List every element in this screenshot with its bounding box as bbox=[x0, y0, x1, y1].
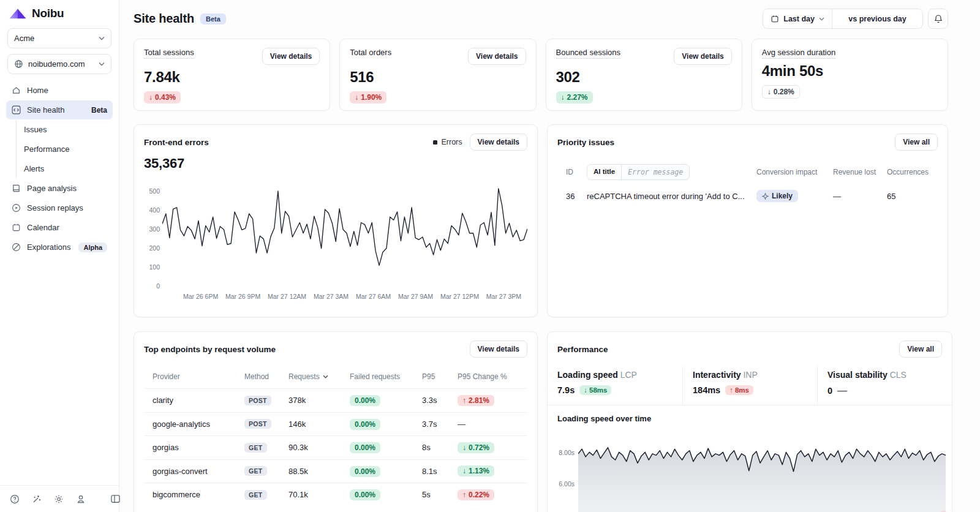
notifications-button[interactable] bbox=[928, 9, 948, 29]
issue-id: 36 bbox=[566, 192, 587, 201]
metric-card-avg-session-duration: Avg session duration 4min 50s ↓ 0.28% bbox=[752, 39, 948, 111]
method-badge: POST bbox=[244, 396, 271, 405]
issue-title: reCAPTCHA timeout error during 'Add to C… bbox=[587, 192, 756, 201]
legend-swatch bbox=[433, 140, 437, 145]
provider-name: clarity bbox=[153, 396, 244, 405]
sidebar-item-site-health[interactable]: Site health Beta bbox=[6, 100, 113, 119]
p95-value: 3.3s bbox=[422, 396, 458, 405]
sidebar-item-performance[interactable]: Performance bbox=[17, 140, 113, 159]
sidebar-item-label: Page analysis bbox=[27, 184, 107, 193]
arrow-up-icon: ↑ bbox=[462, 491, 466, 499]
toggle-error-message[interactable]: Error message bbox=[622, 165, 689, 179]
metric-cards-row: Total sessions View details 7.84k ↓ 0.43… bbox=[134, 39, 948, 111]
errors-line-chart bbox=[162, 183, 527, 287]
site-selector-value: noibudemo.com bbox=[28, 59, 94, 69]
page-header: Site health Beta Last day bbox=[134, 9, 948, 29]
compare-range-selector[interactable]: vs previous day bbox=[832, 9, 922, 28]
site-selector[interactable]: noibudemo.com bbox=[7, 54, 111, 74]
priority-issue-row[interactable]: 36 reCAPTCHA timeout error during 'Add t… bbox=[557, 190, 938, 202]
view-details-button[interactable]: View details bbox=[674, 48, 731, 65]
arrow-down-icon: ↓ bbox=[584, 386, 587, 394]
sidebar-item-session-replays[interactable]: Session replays bbox=[6, 198, 113, 217]
loading-chart-y-axis: 8.00s 6.00s 4.00s 2.00s bbox=[551, 431, 578, 512]
endpoint-row[interactable]: gorgias GET 90.3k 0.00% 8s ↓ 0.72% bbox=[144, 435, 527, 459]
failed-requests-badge: 0.00% bbox=[350, 442, 380, 453]
endpoint-row[interactable]: clarity POST 378k 0.00% 3.3s ↑ 2.81% bbox=[144, 388, 527, 412]
collapse-sidebar-icon[interactable] bbox=[110, 494, 121, 504]
sparkles-wand-icon[interactable] bbox=[32, 494, 42, 504]
lcp-code: LCP bbox=[620, 370, 637, 380]
beta-badge: Beta bbox=[91, 106, 107, 115]
view-details-button[interactable]: View details bbox=[470, 341, 527, 358]
p95-value: 5s bbox=[422, 490, 458, 499]
metric-title: Total orders bbox=[350, 48, 391, 58]
brand-logo: Noibu bbox=[0, 0, 119, 26]
p95-change-badge: ↑ 2.81% bbox=[458, 395, 494, 406]
column-header-failed-requests: Failed requests bbox=[350, 372, 422, 381]
delta-badge: ↓ 0.43% bbox=[144, 91, 181, 104]
sparkle-icon bbox=[762, 193, 769, 200]
user-icon[interactable] bbox=[76, 494, 86, 504]
gear-icon[interactable] bbox=[54, 494, 64, 504]
arrow-up-icon: ↑ bbox=[462, 396, 466, 405]
calendar-icon bbox=[771, 15, 779, 23]
org-selector[interactable]: Acme bbox=[7, 28, 111, 48]
arrow-down-icon: ↓ bbox=[149, 93, 153, 102]
sidebar-item-label: Calendar bbox=[27, 223, 107, 232]
sidebar-item-issues[interactable]: Issues bbox=[17, 120, 113, 139]
lcp-value: 7.9s bbox=[557, 385, 575, 395]
noibu-logo-icon bbox=[9, 6, 27, 21]
errors-total-value: 35,367 bbox=[144, 156, 527, 171]
revenue-lost-value: — bbox=[833, 192, 887, 201]
provider-name: google-analytics bbox=[153, 420, 244, 429]
column-header-requests[interactable]: Requests bbox=[288, 372, 350, 381]
loading-speed-chart-title: Loading speed over time bbox=[548, 405, 952, 426]
sidebar-item-calendar[interactable]: Calendar bbox=[6, 218, 113, 237]
sidebar-item-explorations[interactable]: Explorations Alpha bbox=[6, 238, 113, 257]
sidebar-item-label: Performance bbox=[24, 145, 69, 154]
column-header-provider: Provider bbox=[153, 372, 244, 381]
inp-metric: Interactivity INP 184ms ↑ 8ms bbox=[682, 366, 817, 405]
metric-title: Total sessions bbox=[144, 48, 194, 59]
sidebar-item-label: Issues bbox=[24, 125, 47, 134]
delta-badge: ↓ 2.27% bbox=[556, 91, 593, 104]
front-end-errors-panel: Front-end errors Errors View details 35,… bbox=[134, 124, 538, 317]
metric-title: Avg session duration bbox=[762, 48, 835, 59]
view-details-button[interactable]: View details bbox=[262, 48, 320, 65]
chevron-down-icon bbox=[819, 17, 824, 21]
failed-requests-badge: 0.00% bbox=[350, 395, 380, 406]
provider-name: bigcommerce bbox=[153, 490, 244, 499]
performance-panel: Performance View all Loading speed LCP 7… bbox=[547, 331, 952, 512]
priority-issues-panel: Priority issues View all ID AI title Err… bbox=[547, 124, 948, 317]
view-details-button[interactable]: View details bbox=[468, 48, 526, 65]
endpoint-row[interactable]: gorgias-convert GET 88.5k 0.00% 8.1s ↓ 1… bbox=[144, 459, 527, 483]
method-badge: GET bbox=[244, 443, 267, 453]
sidebar-item-page-analysis[interactable]: Page analysis bbox=[6, 179, 113, 198]
metric-value: 302 bbox=[556, 69, 732, 86]
sidebar-item-label: Site health bbox=[27, 105, 85, 115]
help-icon[interactable] bbox=[10, 494, 20, 504]
endpoints-table-header: Provider Method Requests Failed requests… bbox=[144, 372, 527, 388]
p95-value: 8.1s bbox=[422, 467, 458, 476]
toggle-ai-title[interactable]: AI title bbox=[587, 165, 622, 179]
inp-value: 184ms bbox=[693, 385, 720, 395]
endpoint-row[interactable]: bigcommerce GET 70.1k 0.00% 5s ↑ 0.22% bbox=[144, 483, 527, 506]
chevron-down-icon bbox=[99, 62, 105, 66]
metric-title: Bounced sessions bbox=[556, 48, 621, 59]
metric-value: 516 bbox=[350, 69, 526, 86]
code-square-icon bbox=[12, 105, 21, 115]
requests-value: 90.3k bbox=[288, 443, 350, 452]
cls-code: CLS bbox=[890, 370, 907, 380]
requests-value: 88.5k bbox=[288, 467, 350, 476]
endpoint-row[interactable]: google-analytics POST 146k 0.00% 3.7s — bbox=[144, 412, 527, 436]
sidebar-item-alerts[interactable]: Alerts bbox=[17, 159, 113, 178]
p95-change-empty: — bbox=[458, 420, 527, 429]
column-header-id: ID bbox=[566, 168, 587, 176]
view-all-button[interactable]: View all bbox=[899, 341, 942, 358]
view-details-button[interactable]: View details bbox=[470, 134, 527, 151]
view-all-button[interactable]: View all bbox=[895, 134, 938, 151]
delta-badge: ↓ 0.28% bbox=[762, 85, 800, 99]
date-range-control: Last day vs previous day bbox=[763, 9, 923, 29]
date-range-selector[interactable]: Last day bbox=[763, 9, 832, 28]
sidebar-item-home[interactable]: Home bbox=[6, 81, 113, 100]
